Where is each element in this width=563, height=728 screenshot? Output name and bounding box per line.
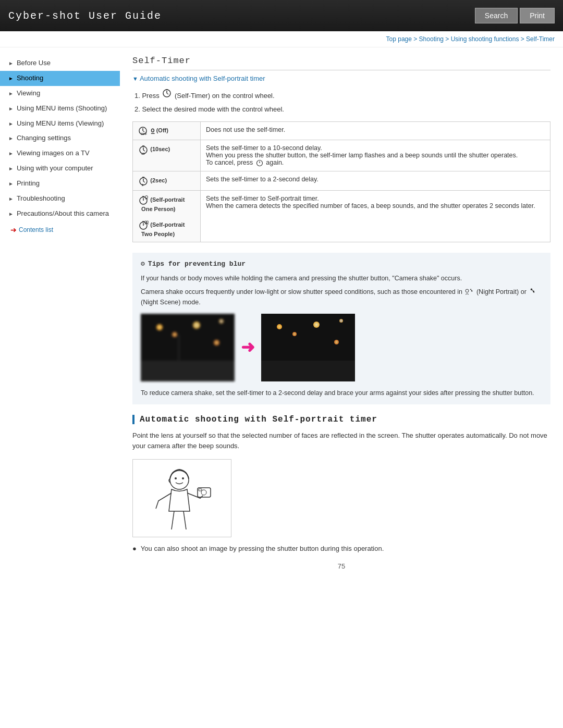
breadcrumb: Top page > Shooting > Using shooting fun… — [0, 31, 563, 47]
svg-line-6 — [143, 131, 144, 132]
step-2: 2. Select the desired mode with the cont… — [134, 104, 550, 115]
svg-point-31 — [175, 477, 177, 479]
sidebar-item-menu-shooting[interactable]: ► Using MENU items (Shooting) — [0, 101, 120, 116]
night-portrait-icon — [464, 288, 474, 296]
svg-rect-33 — [198, 488, 211, 497]
breadcrumb-self-timer[interactable]: Self-Timer — [526, 35, 555, 43]
sidebar-label: Precautions/About this camera — [17, 209, 109, 218]
self-timer-icon-step1 — [162, 89, 172, 98]
sharp-photo — [261, 314, 355, 381]
arrow-icon: ► — [8, 150, 14, 157]
sidebar-item-precautions[interactable]: ► Precautions/About this camera — [0, 206, 120, 221]
sidebar-item-changing-settings[interactable]: ► Changing settings — [0, 131, 120, 146]
sidebar-label: Viewing images on a TV — [17, 149, 90, 158]
table-icon-cell: OFF ᴏ̲ (Off) — [133, 122, 201, 140]
person-camera-svg — [143, 464, 221, 532]
arrow-icon: ► — [8, 90, 14, 97]
svg-point-34 — [201, 490, 206, 495]
cancel-icon — [256, 159, 263, 167]
sidebar-label: Troubleshooting — [17, 194, 65, 203]
arrow-icon: ► — [8, 195, 14, 202]
table-desc-cell: Sets the self-timer to a 2-second delay. — [201, 171, 550, 190]
table-icon-cell: 10 (10sec) — [133, 140, 201, 171]
arrow-icon: ► — [8, 180, 14, 187]
svg-line-37 — [183, 511, 186, 529]
tips-box: ⚙ Tips for preventing blur If your hands… — [132, 253, 550, 404]
night-scene-icon — [528, 288, 537, 296]
gear-icon: ⚙ — [141, 259, 145, 270]
arrow-icon: ► — [8, 211, 14, 217]
svg-point-29 — [466, 289, 469, 292]
table-icon-cell: 2 (2sec) — [133, 171, 201, 190]
mode-icon-off: OFF ᴏ̲ (Off) — [138, 126, 195, 135]
svg-line-36 — [172, 511, 174, 529]
sidebar-label: Changing settings — [17, 134, 71, 143]
arrow-right-icon: ➔ — [10, 226, 17, 234]
table-row: OFF ᴏ̲ (Off) Does not use the self-timer… — [133, 122, 550, 140]
step-1: 1. Press (Self-Timer) on the control whe… — [134, 89, 550, 101]
mode-icon-2sec: 2 (2sec) — [138, 176, 195, 186]
table-desc-cell: Sets the self-timer to Self-portrait tim… — [201, 190, 550, 242]
table-icon-cell: (Self-portrait One Person) — [133, 190, 201, 242]
print-button[interactable]: Print — [520, 8, 555, 23]
sidebar: ► Before Use ► Shooting ► Viewing ► Usin… — [0, 52, 120, 587]
arrow-icon: ► — [8, 75, 14, 82]
sidebar-item-viewing-tv[interactable]: ► Viewing images on a TV — [0, 146, 120, 161]
section-link-auto[interactable]: Automatic shooting with Self-portrait ti… — [132, 75, 550, 82]
breadcrumb-shooting[interactable]: Shooting — [419, 35, 444, 43]
mode-icon-selfportrait-one: (Self-portrait One Person) — [138, 195, 195, 213]
table-row: (Self-portrait One Person) — [133, 190, 550, 242]
header-buttons: Search Print — [475, 8, 555, 23]
sidebar-label: Before Use — [17, 59, 51, 68]
bullet-item: ● You can also shoot an image by pressin… — [132, 544, 550, 554]
arrow-icon: ► — [8, 105, 14, 112]
sidebar-item-before-use[interactable]: ► Before Use — [0, 56, 120, 71]
svg-line-10 — [143, 150, 145, 151]
sidebar-item-using-computer[interactable]: ► Using with your computer — [0, 161, 120, 176]
bullet-text: You can also shoot an image by pressing … — [141, 544, 384, 554]
page-title: Self-Timer — [132, 56, 550, 70]
sidebar-item-troubleshooting[interactable]: ► Troubleshooting — [0, 191, 120, 206]
tips-text2: Camera shake occurs frequently under low… — [141, 287, 542, 307]
sidebar-label: Viewing — [17, 89, 40, 98]
table-row: 2 (2sec) Sets the self-timer to a 2-seco… — [133, 171, 550, 190]
comparison-arrow: ➜ — [241, 334, 255, 361]
camera-tip-text: To reduce camera shake, set the self-tim… — [141, 388, 542, 398]
blurry-photo — [141, 314, 235, 381]
svg-text:OFF: OFF — [141, 132, 147, 135]
svg-point-32 — [182, 477, 184, 479]
svg-text:10: 10 — [141, 152, 145, 155]
breadcrumb-top[interactable]: Top page — [386, 35, 412, 43]
sidebar-label: Shooting — [17, 74, 43, 83]
svg-rect-35 — [199, 489, 202, 491]
arrow-icon: ► — [8, 165, 14, 172]
mode-icon-selfportrait-two: (Self-portrait Two People) — [138, 220, 195, 238]
auto-section-text: Point the lens at yourself so that the s… — [132, 430, 550, 452]
sidebar-label: Using with your computer — [17, 164, 93, 173]
table-desc-cell: Does not use the self-timer. — [201, 122, 550, 140]
header: Cyber-shot User Guide Search Print — [0, 0, 563, 31]
arrow-icon: ► — [8, 135, 14, 142]
sidebar-item-shooting[interactable]: ► Shooting — [0, 71, 120, 86]
portrait-illustration — [132, 459, 231, 537]
tips-title: ⚙ Tips for preventing blur — [141, 259, 542, 270]
timer-table: OFF ᴏ̲ (Off) Does not use the self-timer… — [132, 121, 550, 242]
bullet-dot: ● — [132, 544, 137, 554]
tips-text1: If your hands or body moves while holdin… — [141, 273, 542, 283]
sidebar-item-menu-viewing[interactable]: ► Using MENU items (Viewing) — [0, 116, 120, 131]
contents-list-link[interactable]: ➔ Contents list — [0, 221, 120, 238]
breadcrumb-using-shooting[interactable]: Using shooting functions — [451, 35, 519, 43]
sidebar-label: Using MENU items (Viewing) — [17, 119, 104, 128]
table-desc-cell: Sets the self-timer to a 10-second delay… — [201, 140, 550, 171]
page-number: 75 — [132, 554, 550, 574]
main-layout: ► Before Use ► Shooting ► Viewing ► Usin… — [0, 52, 563, 587]
sidebar-label: Using MENU items (Shooting) — [17, 104, 107, 113]
svg-line-2 — [167, 93, 168, 94]
search-button[interactable]: Search — [475, 8, 518, 23]
steps: 1. Press (Self-Timer) on the control whe… — [132, 89, 550, 114]
table-row: 10 (10sec) Sets the self-timer to a 10-s… — [133, 140, 550, 171]
sidebar-item-viewing[interactable]: ► Viewing — [0, 86, 120, 101]
image-comparison: ➜ — [141, 314, 542, 381]
sidebar-item-printing[interactable]: ► Printing — [0, 176, 120, 191]
mode-icon-10sec: 10 (10sec) — [138, 144, 195, 155]
